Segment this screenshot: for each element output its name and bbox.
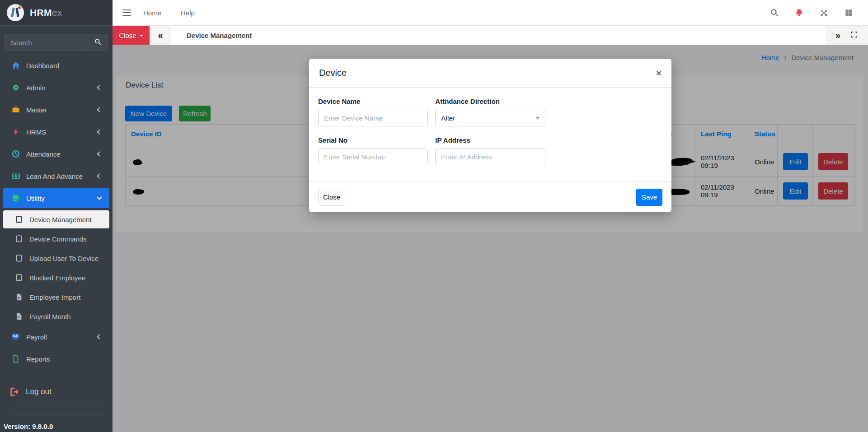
sidebar-item-upload-user-to-device[interactable]: Upload User To Device: [3, 249, 109, 267]
chevron-left-icon: [97, 85, 102, 90]
sidebar-menu: Dashboard Admin Master HRMS Attendance: [0, 56, 113, 371]
close-tab-dropdown-button[interactable]: Close: [113, 26, 150, 45]
brand-title: HRMex: [30, 7, 62, 18]
ip-address-label: IP Address: [435, 136, 545, 144]
modal-footer: Close Save: [309, 181, 671, 212]
sidebar-search: [5, 34, 108, 51]
sidebar-item-device-commands[interactable]: Device Commands: [3, 230, 109, 248]
version-label: Version: 9.8.0.0: [4, 423, 53, 430]
tab-bar-right-controls: »: [826, 26, 868, 45]
logout-button[interactable]: Log out: [3, 382, 109, 402]
chevron-left-icon: [97, 151, 102, 156]
logout-icon: [8, 386, 20, 397]
sidebar-item-master[interactable]: Master: [3, 100, 109, 120]
sidebar-item-employee-import[interactable]: x Employee Import: [3, 288, 109, 306]
chevron-left-icon: [97, 129, 102, 134]
modal-close-button[interactable]: Close: [318, 189, 345, 206]
top-navbar: Home Help: [113, 0, 868, 26]
caret-down-icon: [140, 35, 143, 37]
banknote-icon: [11, 172, 21, 181]
expand-arrows-icon[interactable]: [812, 9, 836, 17]
sidebar-item-reports[interactable]: Reports: [3, 349, 109, 369]
bolt-icon: [11, 127, 21, 136]
navbar-icons: [762, 8, 861, 18]
sidebar-item-admin[interactable]: Admin: [3, 78, 109, 98]
ip-address-input[interactable]: [435, 149, 545, 165]
sidebar-item-payroll[interactable]: Payroll: [3, 327, 109, 347]
device-name-input[interactable]: [318, 110, 428, 126]
file-excel-icon: x: [14, 312, 24, 321]
app-window: HRMex Dashboard Admin M: [0, 0, 868, 432]
tablet-icon: [14, 215, 24, 223]
home-icon: [11, 61, 21, 70]
tablet-icon: [14, 254, 24, 262]
sidebar: HRMex Dashboard Admin M: [0, 0, 113, 432]
sidebar-item-payroll-month[interactable]: x Payroll Month: [3, 307, 109, 325]
bell-icon[interactable]: [787, 8, 812, 18]
tablet-icon: [14, 235, 24, 243]
svg-text:x: x: [18, 296, 20, 300]
chevron-left-icon: [97, 107, 102, 112]
sidebar-search-input[interactable]: [5, 34, 88, 51]
grid-icon[interactable]: [836, 9, 861, 17]
tablet-icon: [14, 274, 24, 282]
hrmex-logo-icon: [7, 4, 24, 21]
attendance-direction-field-group: Attndance Direction Alter: [435, 98, 545, 126]
nav-link-help[interactable]: Help: [181, 9, 195, 17]
file-excel-icon: x: [14, 293, 24, 301]
search-icon: [94, 38, 102, 47]
ip-address-field-group: IP Address: [435, 136, 545, 165]
modal-title: Device: [319, 68, 347, 78]
server-icon: [11, 194, 21, 203]
serial-no-label: Serial No: [318, 136, 428, 144]
device-name-field-group: Device Name: [318, 98, 428, 126]
sidebar-item-hrms[interactable]: HRMS: [3, 122, 109, 142]
gear-icon: [11, 83, 21, 92]
chevron-left-icon: [97, 173, 102, 178]
modal-header: Device ×: [309, 59, 671, 88]
sidebar-item-device-management[interactable]: Device Management: [3, 210, 109, 228]
attendance-direction-select[interactable]: Alter: [435, 110, 545, 126]
chevron-left-icon: [97, 334, 102, 339]
hamburger-menu-icon[interactable]: [122, 8, 131, 18]
selected-option: Alter: [441, 114, 455, 122]
presentation-icon: [11, 332, 21, 341]
scroll-tabs-left-icon[interactable]: «: [150, 26, 171, 45]
file-icon: [11, 354, 21, 363]
nav-link-home[interactable]: Home: [143, 9, 161, 17]
device-modal: Device × Device Name Attndance Direction…: [309, 59, 671, 212]
scroll-tabs-right-icon[interactable]: »: [835, 31, 840, 40]
serial-no-input[interactable]: [318, 149, 428, 165]
sidebar-divider: [11, 414, 108, 414]
sidebar-item-utility[interactable]: Utilitty: [3, 188, 109, 208]
chevron-down-icon: [97, 195, 102, 200]
sidebar-item-blocked-employee[interactable]: Blocked Employee: [3, 269, 109, 287]
serial-no-field-group: Serial No: [318, 136, 428, 165]
sidebar-item-attendance[interactable]: Attendance: [3, 144, 109, 164]
modal-save-button[interactable]: Save: [636, 189, 662, 206]
close-icon[interactable]: ×: [656, 68, 662, 78]
attendance-direction-label: Attndance Direction: [435, 98, 545, 105]
content-area: Home / Device Management Device List New…: [113, 45, 868, 432]
modal-body: Device Name Attndance Direction Alter: [309, 88, 671, 181]
tab-device-management[interactable]: Device Management: [171, 26, 826, 45]
fullscreen-icon[interactable]: [850, 31, 858, 40]
sidebar-search-button[interactable]: [88, 34, 108, 51]
briefcase-icon: [11, 105, 21, 114]
sidebar-item-dashboard[interactable]: Dashboard: [3, 56, 109, 75]
svg-text:x: x: [18, 315, 20, 319]
caret-down-icon: [536, 117, 540, 119]
brand[interactable]: HRMex: [0, 0, 113, 26]
clock-icon: [11, 149, 21, 158]
device-name-label: Device Name: [318, 98, 428, 105]
sidebar-item-loan-and-advance[interactable]: Loan And Advance: [3, 166, 109, 186]
search-icon[interactable]: [762, 8, 787, 17]
tab-bar: Close « Device Management »: [113, 26, 868, 45]
sidebar-divider: [11, 405, 108, 405]
